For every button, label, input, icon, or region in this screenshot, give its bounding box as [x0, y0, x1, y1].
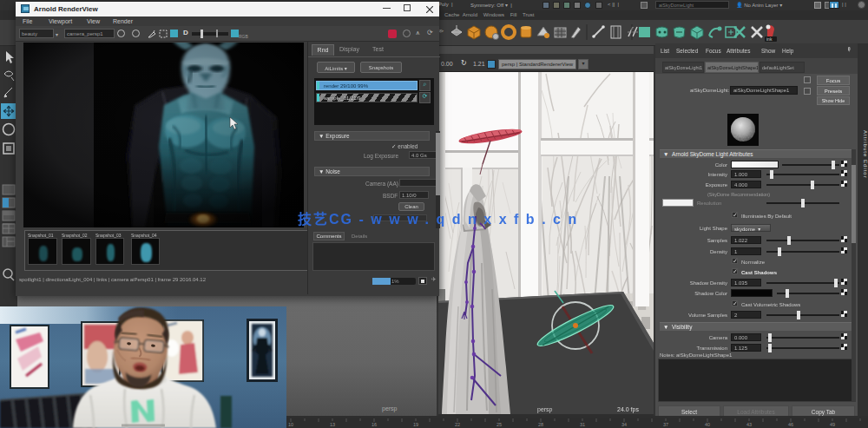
svg-text:16: 16: [372, 422, 377, 427]
svg-text:13: 13: [330, 422, 335, 427]
svg-text:28: 28: [538, 422, 543, 427]
svg-text:22: 22: [455, 422, 460, 427]
svg-text:persp: persp: [537, 406, 553, 413]
svg-text:46: 46: [788, 422, 793, 427]
svg-text:24.0 fps: 24.0 fps: [617, 406, 639, 413]
svg-text:40: 40: [705, 422, 710, 427]
svg-text:37: 37: [663, 422, 668, 427]
svg-text:34: 34: [621, 422, 627, 427]
svg-text:ink: ink: [766, 36, 773, 42]
svg-text:49: 49: [830, 422, 835, 427]
svg-text:19: 19: [413, 422, 418, 427]
svg-text:31: 31: [580, 422, 585, 427]
svg-text:10: 10: [288, 422, 293, 427]
svg-text:25: 25: [496, 422, 502, 427]
svg-text:43: 43: [746, 422, 752, 427]
